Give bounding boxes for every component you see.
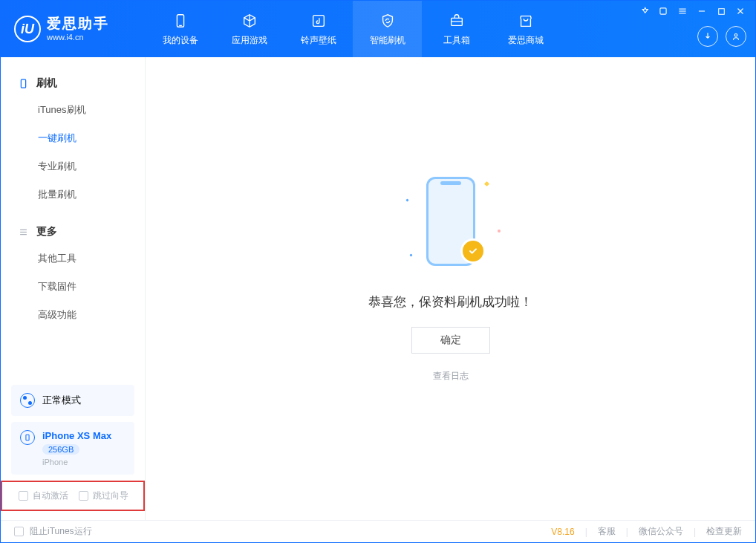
- device-name: iPhone XS Max: [42, 430, 111, 441]
- sparkle-icon: [498, 230, 501, 233]
- phone-outline-icon: [17, 77, 29, 89]
- tab-apps-games[interactable]: 应用游戏: [215, 1, 284, 57]
- section-header-more: 更多: [1, 219, 145, 244]
- version-label: V8.16: [551, 527, 574, 537]
- checkbox-icon: [79, 491, 88, 501]
- sparkle-icon: [409, 253, 412, 256]
- close-icon[interactable]: [734, 5, 746, 17]
- logo-text: 爱思助手 www.i4.cn: [47, 16, 109, 42]
- sidebar-item-advanced[interactable]: 高级功能: [1, 301, 145, 329]
- sparkle-icon: [483, 181, 489, 186]
- checkbox-block-itunes[interactable]: 阻止iTunes运行: [14, 525, 92, 538]
- sidebar-bottom: 正常模式 iPhone XS Max 256GB iPhone 自动激活: [1, 385, 145, 520]
- section-title: 更多: [36, 225, 57, 238]
- sidebar: 刷机 iTunes刷机 一键刷机 专业刷机 批量刷机 更多 其他工具 下载固件 …: [1, 57, 146, 520]
- main-content: 恭喜您，保资料刷机成功啦！ 确定 查看日志: [146, 57, 755, 520]
- success-illustration: [395, 166, 506, 277]
- separator: |: [626, 527, 628, 537]
- sidebar-item-oneclick-flash[interactable]: 一键刷机: [1, 124, 145, 152]
- logo-area: iU 爱思助手 www.i4.cn: [1, 16, 146, 42]
- tab-label: 铃声壁纸: [301, 34, 336, 47]
- check-update-link[interactable]: 检查更新: [706, 525, 742, 538]
- sidebar-scroll: 刷机 iTunes刷机 一键刷机 专业刷机 批量刷机 更多 其他工具 下载固件 …: [1, 57, 145, 385]
- header-right: [638, 1, 746, 57]
- body-area: 刷机 iTunes刷机 一键刷机 专业刷机 批量刷机 更多 其他工具 下载固件 …: [1, 57, 755, 520]
- checkbox-auto-activate[interactable]: 自动激活: [19, 490, 68, 502]
- checkbox-label: 阻止iTunes运行: [30, 525, 92, 538]
- device-type: iPhone: [42, 458, 111, 466]
- device-storage: 256GB: [42, 444, 79, 455]
- tab-ringtone-wallpaper[interactable]: 铃声壁纸: [284, 1, 353, 57]
- highlighted-checkbox-row: 自动激活 跳过向导: [1, 481, 145, 511]
- mode-label: 正常模式: [42, 394, 81, 407]
- toolbox-icon: [448, 12, 466, 30]
- footer-left: 阻止iTunes运行: [14, 525, 92, 538]
- mode-icon: [20, 393, 35, 408]
- app-url: www.i4.cn: [47, 33, 109, 42]
- separator: |: [585, 527, 587, 537]
- device-circle-icon: [20, 430, 35, 445]
- download-button[interactable]: [697, 26, 718, 47]
- sidebar-item-batch-flash[interactable]: 批量刷机: [1, 181, 145, 209]
- maximize-icon[interactable]: [715, 5, 727, 17]
- cube-icon: [241, 12, 258, 30]
- device-info: iPhone XS Max 256GB iPhone: [42, 430, 111, 466]
- success-message: 恭喜您，保资料刷机成功啦！: [368, 293, 532, 310]
- sidebar-item-itunes-flash[interactable]: iTunes刷机: [1, 96, 145, 124]
- footer: 阻止iTunes运行 V8.16 | 客服 | 微信公众号 | 检查更新: [1, 520, 755, 542]
- section-header-flash: 刷机: [1, 71, 145, 96]
- view-log-link[interactable]: 查看日志: [433, 370, 469, 383]
- refresh-shield-icon: [379, 12, 397, 30]
- tab-toolbox[interactable]: 工具箱: [422, 1, 491, 57]
- minimize-icon[interactable]: [696, 5, 708, 17]
- app-name: 爱思助手: [47, 16, 109, 33]
- tab-store[interactable]: 爱思商城: [491, 1, 560, 57]
- app-logo-icon: iU: [14, 16, 41, 42]
- checkbox-skip-guide[interactable]: 跳过向导: [79, 490, 128, 502]
- window-controls: [638, 5, 746, 17]
- svg-rect-13: [21, 79, 25, 87]
- sidebar-item-other-tools[interactable]: 其他工具: [1, 244, 145, 273]
- section-title: 刷机: [36, 77, 57, 90]
- user-button[interactable]: [726, 26, 746, 47]
- svg-rect-4: [660, 8, 666, 14]
- sidebar-item-pro-flash[interactable]: 专业刷机: [1, 152, 145, 181]
- tab-label: 应用游戏: [232, 34, 267, 47]
- wechat-link[interactable]: 微信公众号: [639, 525, 683, 538]
- svg-rect-2: [313, 15, 324, 26]
- confirm-button[interactable]: 确定: [411, 327, 490, 354]
- customer-service-link[interactable]: 客服: [598, 525, 616, 538]
- checkbox-label: 自动激活: [33, 490, 68, 502]
- sparkle-icon: [405, 198, 408, 201]
- device-icon: [172, 12, 189, 30]
- skin-icon[interactable]: [657, 5, 669, 17]
- music-folder-icon: [310, 12, 328, 30]
- header: iU 爱思助手 www.i4.cn 我的设备 应用游戏 铃声壁纸: [1, 1, 755, 57]
- footer-right: V8.16 | 客服 | 微信公众号 | 检查更新: [551, 525, 742, 538]
- shop-icon: [517, 12, 535, 30]
- list-icon: [17, 226, 29, 238]
- tab-label: 爱思商城: [508, 34, 544, 47]
- nav-items-flash: iTunes刷机 一键刷机 专业刷机 批量刷机: [1, 96, 145, 209]
- sidebar-item-download-firmware[interactable]: 下载固件: [1, 273, 145, 301]
- check-circle-icon: [460, 238, 486, 264]
- tab-label: 智能刷机: [370, 34, 405, 47]
- header-circles: [638, 26, 746, 47]
- nav-items-more: 其他工具 下载固件 高级功能: [1, 244, 145, 329]
- tab-my-device[interactable]: 我的设备: [146, 1, 215, 57]
- tab-label: 我的设备: [163, 34, 198, 47]
- separator: |: [694, 527, 696, 537]
- checkbox-icon: [14, 527, 24, 536]
- tab-smart-flash[interactable]: 智能刷机: [353, 1, 422, 57]
- svg-rect-17: [26, 435, 29, 440]
- svg-point-12: [734, 34, 737, 37]
- checkbox-label: 跳过向导: [93, 490, 128, 502]
- menu-icon[interactable]: [677, 5, 688, 17]
- svg-rect-9: [718, 8, 724, 14]
- feedback-icon[interactable]: [638, 5, 650, 17]
- checkbox-icon: [19, 491, 28, 501]
- tab-label: 工具箱: [443, 34, 470, 47]
- nav-tabs: 我的设备 应用游戏 铃声壁纸 智能刷机 工具箱: [146, 1, 560, 57]
- device-card[interactable]: iPhone XS Max 256GB iPhone: [11, 422, 134, 475]
- status-card[interactable]: 正常模式: [11, 385, 134, 416]
